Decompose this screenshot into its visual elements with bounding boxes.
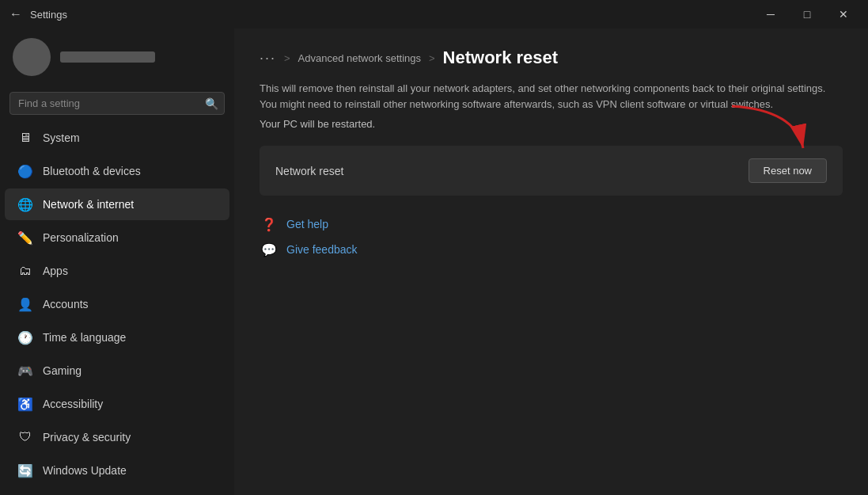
nav-label-accessibility: Accessibility xyxy=(43,398,103,410)
nav-item-time[interactable]: 🕐 Time & language xyxy=(5,322,229,353)
search-input[interactable] xyxy=(9,92,225,115)
system-icon: 🖥 xyxy=(17,130,33,146)
nav-label-privacy: Privacy & security xyxy=(43,431,131,444)
network-reset-card: Network reset Reset now xyxy=(260,146,843,196)
accounts-icon: 👤 xyxy=(17,296,33,312)
reset-card-label: Network reset xyxy=(275,165,343,177)
give-feedback-icon: 💬 xyxy=(260,240,279,259)
nav-item-windows-update[interactable]: 🔄 Windows Update xyxy=(5,455,229,486)
restart-notice: Your PC will be restarted. xyxy=(260,118,843,130)
profile-section xyxy=(0,29,234,86)
nav-label-accounts: Accounts xyxy=(43,298,89,310)
get-help-icon: ❓ xyxy=(260,215,279,234)
nav-label-system: System xyxy=(43,131,80,144)
title-bar: ← Settings ─ □ ✕ xyxy=(0,0,868,29)
reset-card-container: Network reset Reset now xyxy=(260,146,843,196)
bluetooth-icon: 🔵 xyxy=(17,163,33,179)
nav-item-network[interactable]: 🌐 Network & internet xyxy=(5,188,229,220)
personalization-icon: ✏️ xyxy=(17,230,33,246)
nav-label-network: Network & internet xyxy=(43,198,134,211)
give-feedback-link[interactable]: 💬 Give feedback xyxy=(260,240,843,259)
nav-item-personalization[interactable]: ✏️ Personalization xyxy=(5,222,229,253)
search-icon: 🔍 xyxy=(205,97,218,110)
nav-label-time: Time & language xyxy=(43,331,126,344)
back-icon[interactable]: ← xyxy=(9,7,22,21)
nav-item-system[interactable]: 🖥 System xyxy=(5,122,229,154)
apps-icon: 🗂 xyxy=(17,263,33,279)
title-bar-left: ← Settings xyxy=(9,7,67,21)
privacy-icon: 🛡 xyxy=(17,429,33,445)
get-help-link[interactable]: ❓ Get help xyxy=(260,215,843,234)
breadcrumb-sep-2: > xyxy=(429,52,435,64)
nav-item-accessibility[interactable]: ♿ Accessibility xyxy=(5,388,229,420)
search-box: 🔍 xyxy=(9,92,225,115)
page-title: Network reset xyxy=(443,48,559,68)
network-icon: 🌐 xyxy=(17,196,33,212)
profile-name xyxy=(60,51,155,63)
time-icon: 🕐 xyxy=(17,329,33,345)
nav-item-privacy[interactable]: 🛡 Privacy & security xyxy=(5,421,229,453)
gaming-icon: 🎮 xyxy=(17,363,33,379)
breadcrumb: ··· > Advanced network settings > Networ… xyxy=(260,48,843,68)
nav-label-bluetooth: Bluetooth & devices xyxy=(43,165,141,177)
nav-label-windows-update: Windows Update xyxy=(43,464,127,477)
nav-label-personalization: Personalization xyxy=(43,231,119,244)
nav-item-apps[interactable]: 🗂 Apps xyxy=(5,255,229,287)
maximize-button[interactable]: □ xyxy=(789,2,825,27)
breadcrumb-title-wrap: ··· > Advanced network settings > Networ… xyxy=(260,48,558,68)
window-title: Settings xyxy=(30,9,67,21)
breadcrumb-link[interactable]: Advanced network settings xyxy=(298,52,421,64)
sidebar: 🔍 🖥 System 🔵 Bluetooth & devices 🌐 Netwo… xyxy=(0,29,234,495)
avatar xyxy=(13,38,51,76)
nav-item-bluetooth[interactable]: 🔵 Bluetooth & devices xyxy=(5,155,229,187)
main-layout: 🔍 🖥 System 🔵 Bluetooth & devices 🌐 Netwo… xyxy=(0,29,868,495)
description-text: This will remove then reinstall all your… xyxy=(260,81,829,112)
get-help-label: Get help xyxy=(286,218,328,230)
nav-item-accounts[interactable]: 👤 Accounts xyxy=(5,288,229,320)
title-bar-controls: ─ □ ✕ xyxy=(752,2,862,27)
help-links: ❓ Get help 💬 Give feedback xyxy=(260,215,843,259)
nav-item-gaming[interactable]: 🎮 Gaming xyxy=(5,355,229,386)
minimize-button[interactable]: ─ xyxy=(752,2,789,27)
accessibility-icon: ♿ xyxy=(17,396,33,412)
windows-update-icon: 🔄 xyxy=(17,463,33,478)
nav-label-apps: Apps xyxy=(43,265,68,277)
breadcrumb-sep-1: > xyxy=(284,52,290,64)
give-feedback-label: Give feedback xyxy=(286,243,358,256)
content-area: ··· > Advanced network settings > Networ… xyxy=(234,29,868,495)
breadcrumb-dots[interactable]: ··· xyxy=(260,50,276,67)
reset-now-button[interactable]: Reset now xyxy=(749,158,827,183)
nav-label-gaming: Gaming xyxy=(43,364,81,377)
close-button[interactable]: ✕ xyxy=(825,2,862,27)
